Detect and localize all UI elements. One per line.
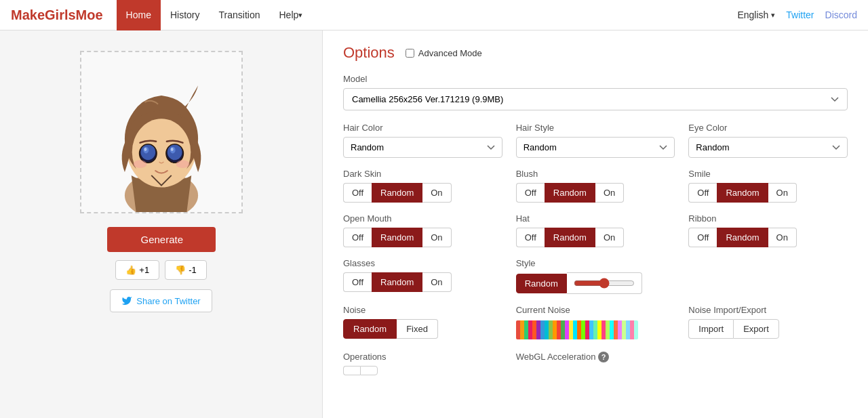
ribbon-on[interactable]: On — [768, 228, 797, 247]
nav-help[interactable]: Help — [269, 0, 312, 30]
svg-point-14 — [170, 148, 173, 151]
share-twitter-button[interactable]: Share on Twitter — [110, 289, 212, 312]
op-btn-1[interactable] — [343, 366, 360, 375]
smile-on[interactable]: On — [768, 183, 797, 203]
smile-toggle: Off Random On — [688, 183, 848, 203]
webgl-help-icon[interactable]: ? — [598, 352, 609, 362]
blush-group: Blush Off Random On — [516, 169, 675, 203]
operations-label: Operations — [343, 352, 502, 362]
twitter-bird-icon — [121, 295, 132, 306]
hat-label: Hat — [516, 213, 675, 224]
advanced-mode-toggle[interactable]: Advanced Mode — [406, 48, 482, 58]
main-content: Generate 👍 +1 👎 -1 Share on Twitter Opti… — [0, 30, 868, 418]
dark-skin-toggle: Off Random On — [343, 183, 502, 203]
generate-button[interactable]: Generate — [107, 227, 216, 252]
ribbon-label: Ribbon — [688, 213, 848, 224]
op-btn-2[interactable] — [360, 366, 378, 375]
style-slider-wrap — [567, 272, 642, 294]
model-select[interactable]: Camellia 256x256 Ver.171219 (9.9MB) — [343, 88, 848, 110]
language-selector[interactable]: English — [737, 9, 775, 20]
upvote-button[interactable]: 👍 +1 — [115, 260, 159, 280]
style-toggle: Random — [516, 272, 675, 294]
share-label: Share on Twitter — [136, 296, 200, 306]
nav-transition[interactable]: Transition — [210, 0, 270, 30]
glasses-group: Glasses Off Random On — [343, 258, 502, 294]
glasses-style-grid: Glasses Off Random On Style Random — [343, 258, 848, 294]
hat-off[interactable]: Off — [516, 228, 545, 247]
ribbon-random[interactable]: Random — [717, 228, 768, 247]
webgl-label: WebGL Acceleration ? — [516, 352, 675, 362]
open-mouth-random[interactable]: Random — [372, 228, 422, 247]
smile-group: Smile Off Random On — [688, 169, 848, 203]
eye-color-select[interactable]: Random BlackBlueBrownGreenRed — [688, 137, 848, 158]
style-slider[interactable] — [574, 278, 635, 289]
blush-off[interactable]: Off — [516, 183, 545, 203]
eye-color-label: Eye Color — [688, 123, 848, 133]
open-mouth-on[interactable]: On — [422, 228, 451, 247]
noise-bar — [516, 320, 638, 339]
import-export-group: Import Export — [688, 319, 848, 339]
twitter-link[interactable]: Twitter — [786, 9, 814, 20]
brand-logo[interactable]: MakeGirlsMoe — [11, 7, 103, 23]
left-panel: Generate 👍 +1 👎 -1 Share on Twitter — [0, 30, 322, 418]
hat-on[interactable]: On — [595, 228, 624, 247]
discord-link[interactable]: Discord — [825, 9, 857, 20]
nav-history[interactable]: History — [161, 0, 210, 30]
noise-random-button[interactable]: Random — [343, 319, 397, 339]
open-mouth-off[interactable]: Off — [343, 228, 372, 247]
glasses-label: Glasses — [343, 258, 502, 268]
operations-buttons — [343, 366, 502, 375]
navbar-right: English Twitter Discord — [737, 9, 857, 20]
import-button[interactable]: Import — [688, 319, 733, 339]
glasses-random[interactable]: Random — [372, 272, 422, 292]
smile-random[interactable]: Random — [717, 183, 768, 203]
open-mouth-toggle: Off Random On — [343, 228, 502, 247]
dark-skin-label: Dark Skin — [343, 169, 502, 179]
smile-off[interactable]: Off — [688, 183, 717, 203]
noise-group: Noise Random Fixed — [343, 305, 502, 341]
hat-group: Hat Off Random On — [516, 213, 675, 247]
ribbon-off[interactable]: Off — [688, 228, 717, 247]
skin-blush-smile-grid: Dark Skin Off Random On Blush Off Random… — [343, 169, 848, 203]
noise-fixed-button[interactable]: Fixed — [397, 319, 438, 339]
hair-color-group: Hair Color Random BlackBlondeBrownBlueGr… — [343, 123, 502, 158]
advanced-mode-checkbox[interactable] — [406, 49, 414, 58]
ribbon-toggle: Off Random On — [688, 228, 848, 247]
glasses-off[interactable]: Off — [343, 272, 372, 292]
current-noise-label: Current Noise — [516, 305, 675, 315]
noise-grid: Noise Random Fixed Current Noise Noise I… — [343, 305, 848, 341]
dark-skin-random[interactable]: Random — [372, 183, 422, 203]
thumbs-down-icon: 👎 — [175, 265, 186, 275]
options-header: Options Advanced Mode — [343, 44, 848, 62]
glasses-on[interactable]: On — [422, 272, 451, 292]
hair-style-select[interactable]: Random ShortLongPonytailTwin Tails — [516, 137, 675, 158]
glasses-toggle: Off Random On — [343, 272, 502, 292]
model-section: Model Camellia 256x256 Ver.171219 (9.9MB… — [343, 74, 848, 110]
nav-home[interactable]: Home — [117, 0, 161, 30]
svg-point-9 — [144, 148, 146, 151]
noise-toggle: Random Fixed — [343, 319, 502, 339]
export-button[interactable]: Export — [733, 319, 779, 339]
hair-style-label: Hair Style — [516, 123, 675, 133]
smile-label: Smile — [688, 169, 848, 179]
ribbon-group: Ribbon Off Random On — [688, 213, 848, 247]
current-noise-group: Current Noise — [516, 305, 675, 341]
eye-color-group: Eye Color Random BlackBlueBrownGreenRed — [688, 123, 848, 158]
noise-import-export-label: Noise Import/Export — [688, 305, 848, 315]
blush-toggle: Off Random On — [516, 183, 675, 203]
dark-skin-off[interactable]: Off — [343, 183, 372, 203]
noise-stripe — [634, 320, 638, 339]
hat-toggle: Off Random On — [516, 228, 675, 247]
downvote-button[interactable]: 👎 -1 — [165, 260, 207, 280]
hair-color-select[interactable]: Random BlackBlondeBrownBlueGreenPinkRedW… — [343, 137, 502, 158]
hair-style-group: Hair Style Random ShortLongPonytailTwin … — [516, 123, 675, 158]
empty-style-col — [688, 258, 848, 294]
navbar: MakeGirlsMoe Home History Transition Hel… — [0, 0, 868, 30]
model-label: Model — [343, 74, 848, 84]
blush-on[interactable]: On — [595, 183, 624, 203]
dark-skin-on[interactable]: On — [422, 183, 451, 203]
hat-random[interactable]: Random — [545, 228, 595, 247]
style-label: Style — [516, 258, 675, 268]
blush-random[interactable]: Random — [545, 183, 595, 203]
style-random-button[interactable]: Random — [516, 274, 567, 293]
